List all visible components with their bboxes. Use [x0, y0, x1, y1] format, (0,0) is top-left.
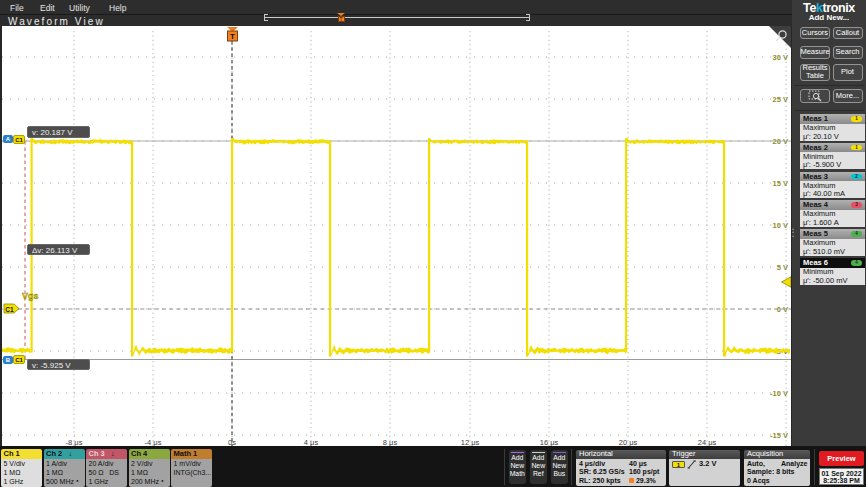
svg-text:15 V: 15 V	[773, 179, 788, 188]
svg-text:30 V: 30 V	[773, 53, 788, 62]
svg-text:25 V: 25 V	[773, 95, 788, 104]
svg-text:10 V: 10 V	[773, 221, 788, 230]
svg-text:C1: C1	[5, 306, 14, 313]
svg-text:T: T	[230, 32, 235, 41]
svg-text:5 V: 5 V	[777, 263, 788, 272]
svg-text:-15 V: -15 V	[770, 431, 788, 440]
svg-text:Vgs: Vgs	[22, 291, 39, 301]
svg-text:-10 V: -10 V	[770, 389, 788, 398]
